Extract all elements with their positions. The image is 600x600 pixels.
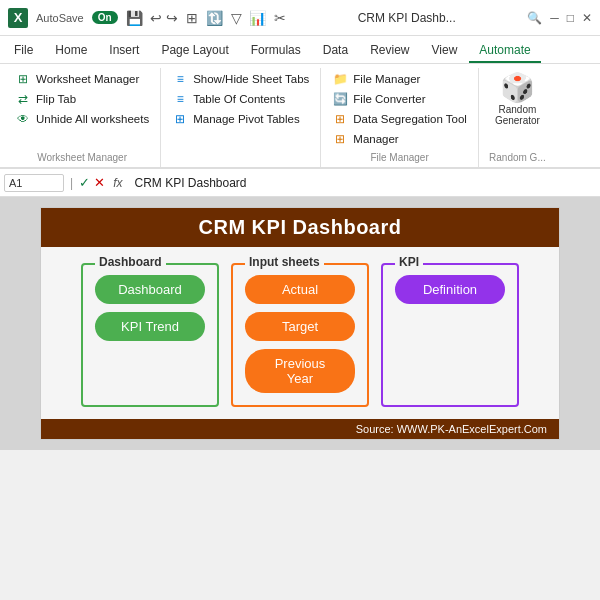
- autosave-toggle[interactable]: On: [92, 11, 118, 24]
- file-manager-group-label: File Manager: [329, 148, 470, 163]
- dashboard-section-label: Dashboard: [95, 255, 166, 269]
- unhide-icon: 👁: [15, 111, 31, 127]
- data-seg-label: Data Segregation Tool: [353, 113, 467, 125]
- ribbon-group-show-hide: ≡ Show/Hide Sheet Tabs ≡ Table Of Conten…: [161, 68, 321, 167]
- toolbar-icons: 💾 ↩ ↪ ⊞ 🔃 ▽ 📊 ✂: [126, 10, 287, 26]
- title-bar: X AutoSave On 💾 ↩ ↪ ⊞ 🔃 ▽ 📊 ✂ CRM KPI Da…: [0, 0, 600, 36]
- ribbon-group-worksheet-manager: ⊞ Worksheet Manager ⇄ Flip Tab 👁 Unhide …: [4, 68, 161, 167]
- flip-tab-button[interactable]: ⇄ Flip Tab: [12, 90, 152, 108]
- sheet-area: CRM KPI Dashboard Dashboard Dashboard KP…: [0, 197, 600, 450]
- show-hide-items: ≡ Show/Hide Sheet Tabs ≡ Table Of Conten…: [169, 70, 312, 148]
- manager-button[interactable]: ⊞ Manager: [329, 130, 470, 148]
- worksheet-manager-button[interactable]: ⊞ Worksheet Manager: [12, 70, 152, 88]
- dashboard-section: Dashboard Dashboard KPI Trend: [81, 263, 219, 407]
- dashboard-container: CRM KPI Dashboard Dashboard Dashboard KP…: [40, 207, 560, 440]
- show-hide-icon: ≡: [172, 71, 188, 87]
- random-gen-group-label: Random G...: [487, 148, 548, 163]
- worksheet-manager-icon: ⊞: [15, 71, 31, 87]
- actual-btn[interactable]: Actual: [245, 275, 355, 304]
- tab-data[interactable]: Data: [313, 39, 358, 63]
- dashboard-btn[interactable]: Dashboard: [95, 275, 205, 304]
- worksheet-manager-label: Worksheet Manager: [36, 73, 139, 85]
- flip-tab-label: Flip Tab: [36, 93, 76, 105]
- random-generator-button[interactable]: 🎲 Random Generator: [487, 70, 548, 130]
- random-generator-label: Random Generator: [495, 104, 540, 126]
- data-segregation-button[interactable]: ⊞ Data Segregation Tool: [329, 110, 470, 128]
- autosave-label: AutoSave: [36, 12, 84, 24]
- source-bar: Source: WWW.PK-AnExcelExpert.Com: [41, 419, 559, 439]
- unhide-label: Unhide All worksheets: [36, 113, 149, 125]
- toc-icon: ≡: [172, 91, 188, 107]
- tab-home[interactable]: Home: [45, 39, 97, 63]
- input-sheets-section: Input sheets Actual Target Previous Year: [231, 263, 369, 407]
- tab-automate[interactable]: Automate: [469, 39, 540, 63]
- tab-insert[interactable]: Insert: [99, 39, 149, 63]
- tab-file[interactable]: File: [4, 39, 43, 63]
- formula-check-icon[interactable]: ✓: [79, 175, 90, 190]
- file-converter-button[interactable]: 🔄 File Converter: [329, 90, 470, 108]
- file-converter-label: File Converter: [353, 93, 425, 105]
- file-manager-items: 📁 File Manager 🔄 File Converter ⊞ Data S…: [329, 70, 470, 148]
- data-seg-icon: ⊞: [332, 111, 348, 127]
- file-manager-label: File Manager: [353, 73, 420, 85]
- manager-icon: ⊞: [332, 131, 348, 147]
- worksheet-manager-items: ⊞ Worksheet Manager ⇄ Flip Tab 👁 Unhide …: [12, 70, 152, 148]
- manager-label: Manager: [353, 133, 398, 145]
- dashboard-title: CRM KPI Dashboard: [41, 208, 559, 247]
- tab-page-layout[interactable]: Page Layout: [151, 39, 238, 63]
- excel-icon: X: [8, 8, 28, 28]
- flip-tab-icon: ⇄: [15, 91, 31, 107]
- pivot-icon: ⊞: [172, 111, 188, 127]
- definition-btn[interactable]: Definition: [395, 275, 505, 304]
- ribbon-tabs: File Home Insert Page Layout Formulas Da…: [0, 36, 600, 64]
- ribbon-content: ⊞ Worksheet Manager ⇄ Flip Tab 👁 Unhide …: [0, 64, 600, 169]
- pivot-label: Manage Pivot Tables: [193, 113, 300, 125]
- file-manager-button[interactable]: 📁 File Manager: [329, 70, 470, 88]
- ribbon-group-file-manager: 📁 File Manager 🔄 File Converter ⊞ Data S…: [321, 68, 479, 167]
- show-hide-tabs-button[interactable]: ≡ Show/Hide Sheet Tabs: [169, 70, 312, 88]
- close-icon[interactable]: ✕: [582, 11, 592, 25]
- unhide-all-button[interactable]: 👁 Unhide All worksheets: [12, 110, 152, 128]
- tab-formulas[interactable]: Formulas: [241, 39, 311, 63]
- formula-separator: |: [68, 176, 75, 190]
- show-hide-label: Show/Hide Sheet Tabs: [193, 73, 309, 85]
- formula-value: CRM KPI Dashboard: [130, 176, 596, 190]
- kpi-trend-btn[interactable]: KPI Trend: [95, 312, 205, 341]
- formula-fx-label: fx: [109, 176, 126, 190]
- search-icon[interactable]: 🔍: [527, 11, 542, 25]
- dashboard-body: Dashboard Dashboard KPI Trend Input shee…: [41, 247, 559, 419]
- tab-view[interactable]: View: [422, 39, 468, 63]
- maximize-icon[interactable]: □: [567, 11, 574, 25]
- formula-cancel-icon[interactable]: ✕: [94, 175, 105, 190]
- manage-pivot-button[interactable]: ⊞ Manage Pivot Tables: [169, 110, 312, 128]
- file-manager-icon: 📁: [332, 71, 348, 87]
- table-of-contents-button[interactable]: ≡ Table Of Contents: [169, 90, 312, 108]
- file-converter-icon: 🔄: [332, 91, 348, 107]
- show-hide-group-label: [169, 148, 312, 163]
- window-controls[interactable]: 🔍 ─ □ ✕: [527, 11, 592, 25]
- input-sheets-label: Input sheets: [245, 255, 324, 269]
- minimize-icon[interactable]: ─: [550, 11, 559, 25]
- tab-review[interactable]: Review: [360, 39, 419, 63]
- random-generator-icon: 🎲: [500, 74, 535, 102]
- worksheet-manager-group-label: Worksheet Manager: [12, 148, 152, 163]
- toc-label: Table Of Contents: [193, 93, 285, 105]
- kpi-section-label: KPI: [395, 255, 423, 269]
- previous-year-btn[interactable]: Previous Year: [245, 349, 355, 393]
- window-title: CRM KPI Dashb...: [294, 11, 519, 25]
- target-btn[interactable]: Target: [245, 312, 355, 341]
- formula-bar: | ✓ ✕ fx CRM KPI Dashboard: [0, 169, 600, 197]
- cell-reference[interactable]: [4, 174, 64, 192]
- kpi-section: KPI Definition: [381, 263, 519, 407]
- ribbon-group-random-generator: 🎲 Random Generator Random G...: [479, 68, 556, 167]
